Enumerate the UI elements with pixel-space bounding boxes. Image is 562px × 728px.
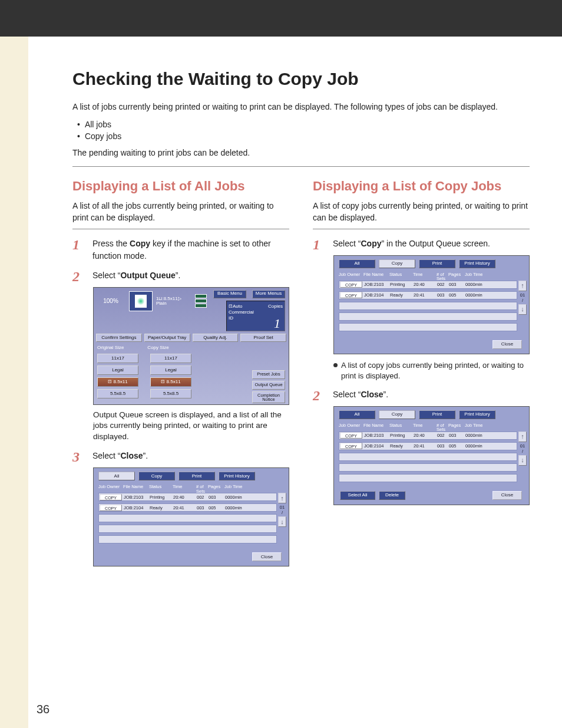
tab-print[interactable]: Print [178, 472, 215, 480]
tab-all[interactable]: All [339, 259, 375, 268]
function-button-row: Confirm Settings Paper/Output Tray Quali… [96, 334, 286, 342]
empty-row [339, 474, 517, 482]
close-button[interactable]: Close [252, 552, 282, 561]
copies-value: 1 [274, 317, 280, 330]
divider [72, 229, 289, 229]
size-button[interactable]: ⊡ 8.5x11 [97, 377, 138, 387]
proof-set-button[interactable]: Proof Set [240, 334, 286, 342]
queue-tabs: All Copy Print Print History [98, 472, 255, 480]
step-number: 1 [313, 238, 325, 252]
copy-settings-screenshot: 100% 1⊔:8.5x11▷ Plain Basic Menu More Me… [93, 287, 289, 405]
right-section-heading: Displaying a List of Copy Jobs [313, 179, 530, 194]
output-queue-copy-screenshot: All Copy Print Print History Job Owner F… [333, 255, 530, 354]
queue-tabs: All Copy Print Print History [339, 410, 495, 419]
confirm-settings-button[interactable]: Confirm Settings [96, 334, 142, 342]
bullet-all-jobs: All jobs [77, 120, 530, 129]
step-2: 2 Select “Close”. [313, 388, 530, 403]
left-section-heading: Displaying a List of All Jobs [72, 179, 289, 194]
size-button[interactable]: 5.5x8.5 [150, 389, 191, 398]
empty-row [339, 463, 517, 472]
left-column: Displaying a List of All Jobs A list of … [72, 176, 289, 572]
job-row[interactable]: COPY JOB:2104 Ready 20:41 003 005 0000mi… [339, 291, 517, 299]
step-2-body: Select “Output Queue”. [92, 269, 289, 282]
divider [313, 229, 530, 229]
tab-copy[interactable]: Copy [379, 410, 415, 419]
tab-all[interactable]: All [98, 472, 135, 480]
tray-icons [195, 294, 207, 308]
paper-output-tray-button[interactable]: Paper/Output Tray [144, 334, 190, 342]
step-3-body: Select “Close”. [92, 450, 289, 462]
tab-print-history[interactable]: Print History [459, 410, 495, 419]
page-title: Checking the Waiting to Copy Job [72, 69, 530, 89]
tab-copy[interactable]: Copy [379, 259, 415, 268]
preset-jobs-button[interactable]: Preset Jobs [252, 370, 285, 379]
job-row[interactable]: COPY JOB:2103 Printing 20:40 002 003 000… [339, 431, 517, 440]
tab-print[interactable]: Print [419, 410, 455, 419]
zoom-percent: 100% [96, 298, 125, 304]
step-1-body: Select “Copy” in the Output Queue screen… [333, 238, 530, 250]
size-button[interactable]: ⊡ 8.5x11 [150, 377, 191, 387]
scroll-up-button[interactable]: ↑ [518, 281, 527, 291]
job-row[interactable]: COPY JOB:2103 Printing 20:40 002 003 000… [339, 281, 517, 289]
queue-header-row: Job Owner File Name Status Time # of Set… [98, 485, 277, 493]
completion-notice-button[interactable]: Completion Notice [252, 391, 285, 403]
basic-menu-button[interactable]: Basic Menu [213, 290, 246, 298]
scroll-up-button[interactable]: ↑ [518, 431, 527, 442]
original-preview-icon [129, 291, 153, 311]
job-row[interactable]: COPY JOB:2104 Ready 20:41 003 005 0000mi… [98, 503, 277, 512]
quality-adj-button[interactable]: Quality Adj. [193, 334, 239, 342]
bullet-icon [333, 363, 338, 367]
job-row[interactable]: COPY JOB:2103 Printing 20:40 002 003 000… [98, 493, 277, 501]
empty-row [98, 535, 277, 543]
page-number: 36 [37, 703, 49, 716]
queue-tabs: All Copy Print Print History [339, 259, 495, 268]
close-button[interactable]: Close [492, 491, 522, 500]
delete-button[interactable]: Delete [379, 491, 405, 500]
step-1-body: Press the Copy key if the machine is set… [92, 238, 289, 262]
step-number: 3 [72, 450, 84, 464]
scroll-down-button[interactable]: ↓ [518, 304, 527, 315]
more-menus-button[interactable]: More Menus [252, 290, 285, 298]
job-type-list: All jobs Copy jobs [77, 120, 530, 141]
paper-label: 1⊔:8.5x11▷ Plain [156, 297, 191, 306]
step-1-note: A list of copy jobs currently being prin… [333, 360, 530, 381]
step-3: 3 Select “Close”. [72, 450, 289, 464]
tab-print-history[interactable]: Print History [219, 472, 255, 480]
size-button[interactable]: 5.5x8.5 [97, 389, 138, 398]
right-side-buttons: Preset Jobs Output Queue Completion Noti… [252, 370, 285, 403]
right-column: Displaying a List of Copy Jobs A list of… [313, 176, 530, 572]
queue-header-row: Job Owner File Name Status Time # of Set… [339, 423, 517, 432]
intro-paragraph-2: The pending waiting to print jobs can be… [72, 147, 530, 159]
size-headings: Original Size Copy Size [97, 345, 169, 350]
size-button[interactable]: 11x17 [150, 354, 191, 363]
empty-row [339, 302, 517, 310]
scroll-down-button[interactable]: ↓ [278, 516, 286, 527]
step-1: 1 Press the Copy key if the machine is s… [72, 238, 289, 262]
size-grid: 11x17 11x17 Legal Legal ⊡ 8.5x11 ⊡ 8.5x1… [97, 354, 191, 398]
scroll-down-button[interactable]: ↓ [518, 455, 527, 466]
output-queue-close-screenshot: All Copy Print Print History Job Owner F… [333, 406, 530, 505]
tab-all[interactable]: All [339, 410, 375, 419]
left-lead: A list of all the jobs currently being p… [72, 200, 289, 224]
tab-print-history[interactable]: Print History [459, 259, 495, 268]
right-lead: A list of copy jobs currently being prin… [313, 200, 530, 224]
tab-print[interactable]: Print [419, 259, 455, 268]
select-all-button[interactable]: Select All [340, 491, 375, 500]
output-queue-screenshot: All Copy Print Print History Job Owner F… [93, 467, 289, 566]
step-1: 1 Select “Copy” in the Output Queue scre… [313, 238, 530, 252]
scroll-up-button[interactable]: ↑ [278, 493, 286, 503]
size-button[interactable]: 11x17 [97, 354, 138, 363]
close-button[interactable]: Close [492, 340, 522, 349]
intro-paragraph: A list of jobs currently being printed o… [72, 101, 530, 113]
tab-copy[interactable]: Copy [138, 472, 175, 480]
step-2: 2 Select “Output Queue”. [72, 269, 289, 284]
output-queue-button[interactable]: Output Queue [252, 381, 285, 390]
two-column-layout: Displaying a List of All Jobs A list of … [72, 176, 530, 572]
size-button[interactable]: Legal [150, 365, 191, 375]
size-button[interactable]: Legal [97, 365, 138, 375]
step-2-body: Select “Close”. [333, 388, 530, 401]
empty-row [339, 453, 517, 461]
job-row[interactable]: COPY JOB:2104 Ready 20:41 003 005 0000mi… [339, 442, 517, 450]
empty-row [98, 514, 277, 522]
step-number: 2 [72, 269, 84, 284]
